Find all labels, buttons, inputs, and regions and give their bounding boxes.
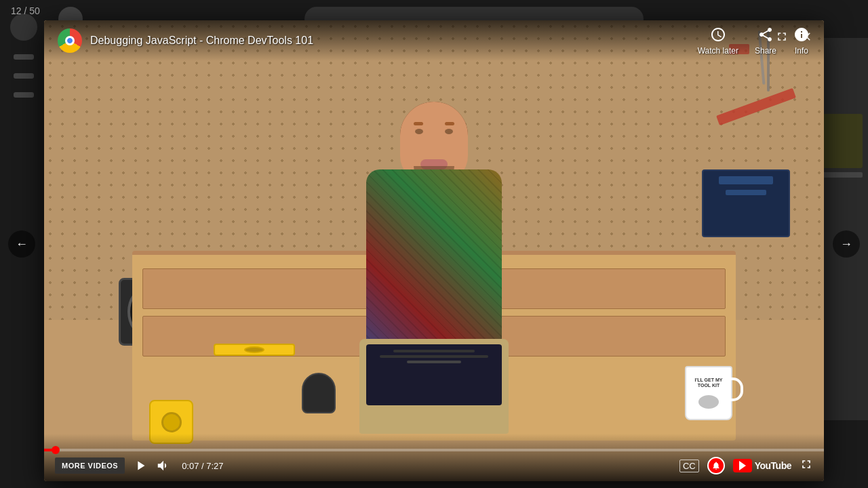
close-window-button[interactable] — [800, 30, 813, 47]
next-arrow-icon: → — [840, 237, 852, 251]
progress-fill — [44, 449, 56, 451]
share-button[interactable]: Share — [755, 26, 776, 56]
youtube-text: YouTube — [755, 460, 791, 471]
more-videos-button[interactable]: MORE VIDEOS — [55, 458, 125, 474]
chrome-logo — [58, 28, 82, 53]
video-top-bar: Debugging JavaScript - Chrome DevTools 1… — [44, 20, 824, 61]
video-title: Debugging JavaScript - Chrome DevTools 1… — [90, 35, 313, 47]
prev-button[interactable]: ← — [8, 230, 35, 258]
slide-counter: 12 / 50 — [11, 5, 40, 16]
mug-handle — [730, 378, 743, 401]
laptop — [359, 339, 509, 434]
next-button[interactable]: → — [833, 230, 860, 258]
level-tool — [214, 344, 295, 356]
laptop-screen — [366, 344, 502, 405]
youtube-icon — [733, 459, 752, 472]
share-icon — [757, 26, 774, 43]
video-scene: I'LL GET MYTOOL KIT — [44, 20, 824, 481]
video-bottom-bar: MORE VIDEOS 0:07 / 7:27 CC — [44, 434, 824, 481]
cc-button[interactable]: CC — [679, 460, 699, 472]
settings-subscribe-button[interactable] — [707, 457, 725, 474]
play-button[interactable] — [133, 458, 148, 473]
watch-later-label: Watch later — [698, 46, 738, 56]
fullscreen-window-button[interactable] — [775, 30, 789, 47]
subscribe-circle — [707, 457, 725, 474]
progress-dot — [52, 446, 60, 454]
clock-icon — [709, 26, 727, 43]
fullscreen-button[interactable] — [800, 458, 813, 474]
share-label: Share — [755, 46, 776, 56]
video-player-window: I'LL GET MYTOOL KIT Debugging JavaScript… — [44, 20, 824, 481]
bg-nav-item — [14, 54, 34, 60]
microphone — [302, 373, 336, 413]
info-label: Info — [795, 46, 808, 56]
bg-nav-item — [14, 92, 34, 98]
window-controls — [775, 30, 813, 47]
controls-row: MORE VIDEOS 0:07 / 7:27 CC — [44, 457, 824, 474]
youtube-play-icon — [739, 461, 746, 470]
bg-nav-item — [14, 73, 34, 79]
youtube-logo: YouTube — [733, 459, 791, 472]
time-display: 0:07 / 7:27 — [182, 461, 223, 471]
bg-avatar — [10, 14, 37, 41]
progress-bar[interactable] — [44, 449, 824, 451]
prev-arrow-icon: ← — [16, 237, 28, 251]
soldering-station — [702, 169, 790, 237]
coffee-mug: I'LL GET MYTOOL KIT — [685, 366, 732, 420]
chrome-logo-inner — [65, 36, 75, 45]
volume-button[interactable] — [156, 458, 171, 473]
watch-later-button[interactable]: Watch later — [698, 26, 738, 56]
